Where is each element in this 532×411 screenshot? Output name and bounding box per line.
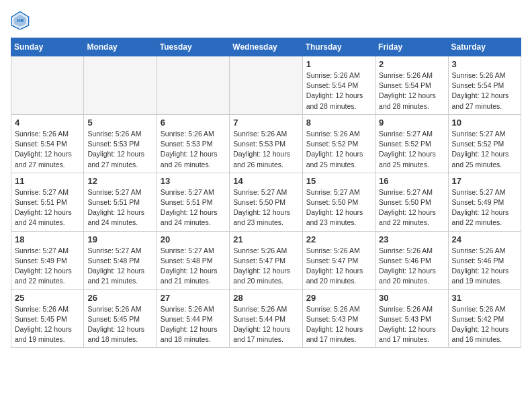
day-info: Sunrise: 5:27 AM Sunset: 5:51 PM Dayligh… (87, 187, 152, 228)
calendar-cell: 24Sunrise: 5:26 AM Sunset: 5:46 PM Dayli… (448, 231, 521, 289)
day-info: Sunrise: 5:26 AM Sunset: 5:47 PM Dayligh… (306, 246, 371, 287)
calendar-cell: 11Sunrise: 5:27 AM Sunset: 5:51 PM Dayli… (11, 173, 84, 231)
calendar-cell: 8Sunrise: 5:26 AM Sunset: 5:52 PM Daylig… (302, 114, 375, 173)
day-number: 1 (306, 59, 371, 69)
day-number: 14 (233, 176, 298, 186)
day-info: Sunrise: 5:26 AM Sunset: 5:45 PM Dayligh… (87, 304, 152, 345)
day-number: 30 (379, 293, 444, 303)
day-info: Sunrise: 5:27 AM Sunset: 5:50 PM Dayligh… (379, 187, 444, 228)
calendar-cell: 16Sunrise: 5:27 AM Sunset: 5:50 PM Dayli… (375, 173, 448, 231)
day-info: Sunrise: 5:26 AM Sunset: 5:43 PM Dayligh… (306, 304, 371, 345)
day-number: 6 (161, 118, 226, 128)
calendar-cell: 9Sunrise: 5:27 AM Sunset: 5:52 PM Daylig… (375, 114, 448, 173)
day-info: Sunrise: 5:26 AM Sunset: 5:52 PM Dayligh… (306, 129, 371, 170)
day-header-wednesday: Wednesday (230, 38, 302, 56)
day-info: Sunrise: 5:27 AM Sunset: 5:51 PM Dayligh… (15, 187, 80, 228)
calendar-table: SundayMondayTuesdayWednesdayThursdayFrid… (11, 38, 521, 348)
day-info: Sunrise: 5:26 AM Sunset: 5:54 PM Dayligh… (452, 71, 517, 111)
day-number: 7 (233, 118, 298, 128)
day-number: 25 (15, 293, 80, 303)
day-number: 29 (306, 293, 371, 303)
calendar-cell: 22Sunrise: 5:26 AM Sunset: 5:47 PM Dayli… (302, 231, 375, 289)
week-row-3: 11Sunrise: 5:27 AM Sunset: 5:51 PM Dayli… (11, 173, 521, 231)
week-row-5: 25Sunrise: 5:26 AM Sunset: 5:45 PM Dayli… (11, 289, 521, 348)
calendar-cell: 30Sunrise: 5:26 AM Sunset: 5:43 PM Dayli… (375, 289, 448, 348)
day-number: 28 (233, 293, 298, 303)
calendar-cell: 15Sunrise: 5:27 AM Sunset: 5:50 PM Dayli… (302, 173, 375, 231)
day-info: Sunrise: 5:26 AM Sunset: 5:54 PM Dayligh… (306, 71, 371, 111)
day-info: Sunrise: 5:27 AM Sunset: 5:50 PM Dayligh… (233, 187, 298, 228)
calendar-cell: 4Sunrise: 5:26 AM Sunset: 5:54 PM Daylig… (11, 114, 84, 173)
week-row-4: 18Sunrise: 5:27 AM Sunset: 5:49 PM Dayli… (11, 231, 521, 289)
calendar-cell: 20Sunrise: 5:27 AM Sunset: 5:48 PM Dayli… (157, 231, 229, 289)
week-row-2: 4Sunrise: 5:26 AM Sunset: 5:54 PM Daylig… (11, 114, 521, 173)
day-info: Sunrise: 5:27 AM Sunset: 5:49 PM Dayligh… (15, 246, 80, 287)
day-info: Sunrise: 5:27 AM Sunset: 5:48 PM Dayligh… (87, 246, 152, 287)
calendar-cell: 10Sunrise: 5:27 AM Sunset: 5:52 PM Dayli… (448, 114, 521, 173)
day-number: 13 (161, 176, 226, 186)
day-info: Sunrise: 5:26 AM Sunset: 5:44 PM Dayligh… (161, 304, 226, 345)
day-number: 11 (15, 176, 80, 186)
day-number: 9 (379, 118, 444, 128)
calendar-cell: 19Sunrise: 5:27 AM Sunset: 5:48 PM Dayli… (84, 231, 157, 289)
calendar-cell: 2Sunrise: 5:26 AM Sunset: 5:54 PM Daylig… (375, 56, 448, 115)
calendar-cell: 28Sunrise: 5:26 AM Sunset: 5:44 PM Dayli… (230, 289, 302, 348)
day-number: 31 (452, 293, 517, 303)
calendar-cell: 27Sunrise: 5:26 AM Sunset: 5:44 PM Dayli… (157, 289, 229, 348)
day-number: 4 (15, 118, 80, 128)
day-info: Sunrise: 5:27 AM Sunset: 5:48 PM Dayligh… (161, 246, 226, 287)
day-number: 10 (452, 118, 517, 128)
logo: GB (11, 11, 32, 30)
calendar-cell: 13Sunrise: 5:27 AM Sunset: 5:51 PM Dayli… (157, 173, 229, 231)
calendar-cell (84, 56, 157, 115)
calendar-cell: 26Sunrise: 5:26 AM Sunset: 5:45 PM Dayli… (84, 289, 157, 348)
day-info: Sunrise: 5:26 AM Sunset: 5:42 PM Dayligh… (452, 304, 517, 345)
day-info: Sunrise: 5:26 AM Sunset: 5:53 PM Dayligh… (87, 129, 152, 170)
day-number: 8 (306, 118, 371, 128)
day-number: 16 (379, 176, 444, 186)
day-info: Sunrise: 5:26 AM Sunset: 5:54 PM Dayligh… (379, 71, 444, 111)
day-info: Sunrise: 5:27 AM Sunset: 5:50 PM Dayligh… (306, 187, 371, 228)
day-info: Sunrise: 5:26 AM Sunset: 5:44 PM Dayligh… (233, 304, 298, 345)
day-info: Sunrise: 5:27 AM Sunset: 5:49 PM Dayligh… (452, 187, 517, 228)
day-info: Sunrise: 5:26 AM Sunset: 5:45 PM Dayligh… (15, 304, 80, 345)
day-header-tuesday: Tuesday (157, 38, 229, 56)
calendar-cell: 21Sunrise: 5:26 AM Sunset: 5:47 PM Dayli… (230, 231, 302, 289)
calendar-cell: 12Sunrise: 5:27 AM Sunset: 5:51 PM Dayli… (84, 173, 157, 231)
calendar-cell: 23Sunrise: 5:26 AM Sunset: 5:46 PM Dayli… (375, 231, 448, 289)
calendar-cell: 29Sunrise: 5:26 AM Sunset: 5:43 PM Dayli… (302, 289, 375, 348)
calendar-cell: 18Sunrise: 5:27 AM Sunset: 5:49 PM Dayli… (11, 231, 84, 289)
day-number: 19 (87, 234, 152, 244)
day-number: 23 (379, 234, 444, 244)
day-number: 15 (306, 176, 371, 186)
day-number: 18 (15, 234, 80, 244)
calendar-cell: 17Sunrise: 5:27 AM Sunset: 5:49 PM Dayli… (448, 173, 521, 231)
calendar-cell: 5Sunrise: 5:26 AM Sunset: 5:53 PM Daylig… (84, 114, 157, 173)
day-number: 17 (452, 176, 517, 186)
calendar-cell (230, 56, 302, 115)
calendar-cell: 3Sunrise: 5:26 AM Sunset: 5:54 PM Daylig… (448, 56, 521, 115)
calendar-cell: 6Sunrise: 5:26 AM Sunset: 5:53 PM Daylig… (157, 114, 229, 173)
day-header-friday: Friday (375, 38, 448, 56)
day-info: Sunrise: 5:26 AM Sunset: 5:54 PM Dayligh… (15, 129, 80, 170)
day-info: Sunrise: 5:26 AM Sunset: 5:46 PM Dayligh… (379, 246, 444, 287)
svg-text:GB: GB (17, 18, 24, 23)
calendar-cell: 31Sunrise: 5:26 AM Sunset: 5:42 PM Dayli… (448, 289, 521, 348)
day-info: Sunrise: 5:26 AM Sunset: 5:43 PM Dayligh… (379, 304, 444, 345)
logo-icon: GB (11, 11, 30, 30)
week-row-1: 1Sunrise: 5:26 AM Sunset: 5:54 PM Daylig… (11, 56, 521, 115)
day-number: 27 (161, 293, 226, 303)
calendar-cell: 7Sunrise: 5:26 AM Sunset: 5:53 PM Daylig… (230, 114, 302, 173)
day-number: 24 (452, 234, 517, 244)
day-header-thursday: Thursday (302, 38, 375, 56)
calendar-cell: 1Sunrise: 5:26 AM Sunset: 5:54 PM Daylig… (302, 56, 375, 115)
calendar-cell: 14Sunrise: 5:27 AM Sunset: 5:50 PM Dayli… (230, 173, 302, 231)
day-number: 20 (161, 234, 226, 244)
calendar-header-row: SundayMondayTuesdayWednesdayThursdayFrid… (11, 38, 521, 56)
day-info: Sunrise: 5:27 AM Sunset: 5:52 PM Dayligh… (452, 129, 517, 170)
day-info: Sunrise: 5:26 AM Sunset: 5:47 PM Dayligh… (233, 246, 298, 287)
day-number: 3 (452, 59, 517, 69)
day-number: 2 (379, 59, 444, 69)
calendar-cell (157, 56, 229, 115)
day-number: 5 (87, 118, 152, 128)
